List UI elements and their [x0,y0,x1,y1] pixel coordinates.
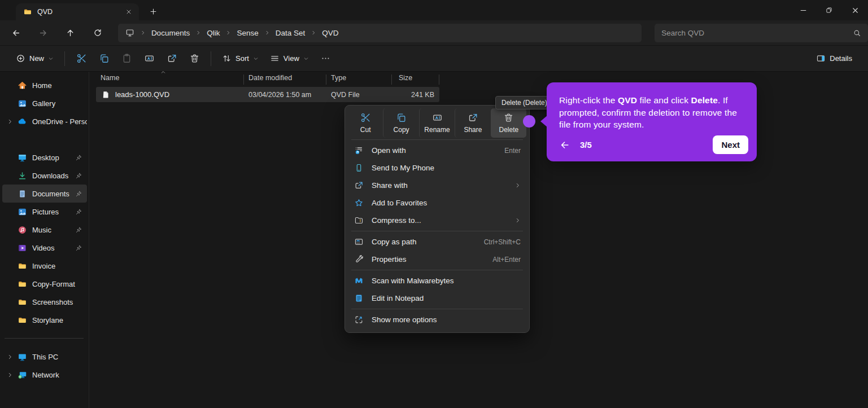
chevron-right-icon[interactable] [2,119,18,125]
document-icon [18,189,27,199]
sidebar-item-this-pc[interactable]: This PC [2,348,87,366]
details-pane-button[interactable]: Details [810,49,858,68]
compress-icon [353,216,364,225]
new-button[interactable]: New [10,49,59,68]
column-header-type[interactable]: Type [326,74,392,82]
context-menu-item-copy-as-path[interactable]: Copy as path Ctrl+Shift+C [348,233,526,251]
forward-button[interactable] [34,24,53,42]
new-tab-button[interactable] [145,5,161,18]
up-button[interactable] [61,24,80,42]
sort-button[interactable]: Sort [216,49,264,68]
sidebar-item-label: Network [32,371,87,379]
desktop-icon [18,153,27,163]
context-rename-button[interactable]: Rename [419,108,455,138]
context-menu-item-share-with[interactable]: Share with [348,177,526,194]
sidebar-item-invoice[interactable]: Invoice [2,257,87,275]
quick-action-label: Share [464,126,482,134]
context-menu-item-open-with[interactable]: Open with Enter [348,142,526,159]
sidebar-item-gallery[interactable]: Gallery [2,94,87,112]
sidebar-item-home[interactable]: Home [2,76,87,94]
breadcrumb-qvd[interactable]: QVD [322,29,338,37]
sidebar-item-onedrive[interactable]: OneDrive - Persona [2,112,87,130]
pin-icon [75,226,82,234]
cut-icon [360,112,371,123]
menu-item-label: Compress to... [372,216,507,225]
new-button-label: New [29,54,44,63]
breadcrumb-documents[interactable]: Documents [151,29,190,37]
copy-button[interactable] [93,49,115,68]
context-menu-item-show-more-options[interactable]: Show more options [348,311,526,328]
column-header-name[interactable]: Name [96,74,244,82]
chevron-down-icon [303,56,309,62]
rename-button[interactable] [138,49,160,68]
sidebar-item-pictures[interactable]: Pictures [2,203,87,221]
sidebar-item-music[interactable]: Music [2,221,87,239]
chevron-right-icon [225,30,231,36]
context-menu-item-add-to-favorites[interactable]: Add to Favorites [348,194,526,212]
context-copy-button[interactable]: Copy [383,108,418,138]
tour-next-button[interactable]: Next [713,135,748,154]
chevron-right-icon[interactable] [2,372,18,378]
context-menu-item-edit-in-notepad[interactable]: Edit in Notepad [348,289,526,307]
sidebar-item-documents[interactable]: Documents [2,185,87,203]
search-box[interactable] [655,24,868,42]
gallery-icon [18,99,27,108]
minimize-button[interactable] [790,0,816,20]
delete-tooltip: Delete (Delete) [495,96,553,109]
rename-icon [432,112,443,123]
search-icon[interactable] [853,29,861,37]
sidebar-item-downloads[interactable]: Downloads [2,166,87,185]
context-menu-item-scan-with-malwarebytes[interactable]: Scan with Malwarebytes [348,272,526,289]
context-menu-item-send-to-my-phone[interactable]: Send to My Phone [348,159,526,177]
delete-button[interactable] [183,49,206,68]
refresh-button[interactable] [88,24,107,42]
breadcrumb-data-set[interactable]: Data Set [276,29,306,37]
paste-icon [121,53,132,64]
paste-button[interactable] [115,49,138,68]
explorer-tab[interactable]: QVD [16,3,139,20]
address-bar[interactable]: Documents Qlik Sense Data Set QVD [118,24,642,42]
breadcrumb-sense[interactable]: Sense [237,29,258,37]
menu-item-label: Share with [372,181,507,190]
context-menu-item-compress-to[interactable]: Compress to... [348,212,526,229]
tab-close-icon[interactable] [122,6,136,18]
context-cut-button[interactable]: Cut [348,108,383,138]
sidebar-item-screenshots[interactable]: Screenshots [2,293,87,311]
sidebar-item-copy-format[interactable]: Copy-Format [2,275,87,293]
file-row-leads-1000-qvd[interactable]: leads-1000.QVD 03/04/2026 1:50 am QVD Fi… [96,87,439,102]
tour-beacon[interactable] [523,115,535,128]
sidebar-item-storylane[interactable]: Storylane [2,311,87,329]
search-input[interactable] [661,29,848,37]
folder-icon [18,261,27,271]
sidebar-item-network[interactable]: Network [2,366,87,384]
quick-action-label: Delete [499,126,518,134]
column-header-date-modified[interactable]: Date modified [244,74,326,82]
file-date-modified: 03/04/2026 1:50 am [244,91,326,99]
share-button[interactable] [160,49,183,68]
menu-item-label: Open with [372,146,497,155]
sidebar-item-label: Home [32,81,87,90]
back-button[interactable] [7,24,26,42]
breadcrumb-qlik[interactable]: Qlik [207,29,220,37]
tour-back-button[interactable] [559,139,570,151]
show-more-icon [353,315,364,324]
chevron-right-icon[interactable] [2,354,18,360]
cut-button[interactable] [70,49,93,68]
context-share-button[interactable]: Share [455,108,490,138]
column-header-size[interactable]: Size [392,74,439,82]
column-divider[interactable] [326,74,326,85]
sidebar-section-divider [5,338,84,339]
sidebar-item-videos[interactable]: Videos [2,239,87,257]
column-divider[interactable] [391,74,392,85]
restore-button[interactable] [816,0,842,20]
column-divider[interactable] [243,74,244,85]
column-divider[interactable] [439,74,439,85]
rename-icon [144,53,155,64]
close-button[interactable] [842,0,868,20]
context-delete-button[interactable]: Delete [491,108,526,138]
sidebar-item-desktop[interactable]: Desktop [2,148,87,166]
pin-icon [75,190,82,198]
more-options-button[interactable] [315,49,337,68]
context-menu-item-properties[interactable]: Properties Alt+Enter [348,251,526,268]
view-button[interactable]: View [264,49,315,68]
